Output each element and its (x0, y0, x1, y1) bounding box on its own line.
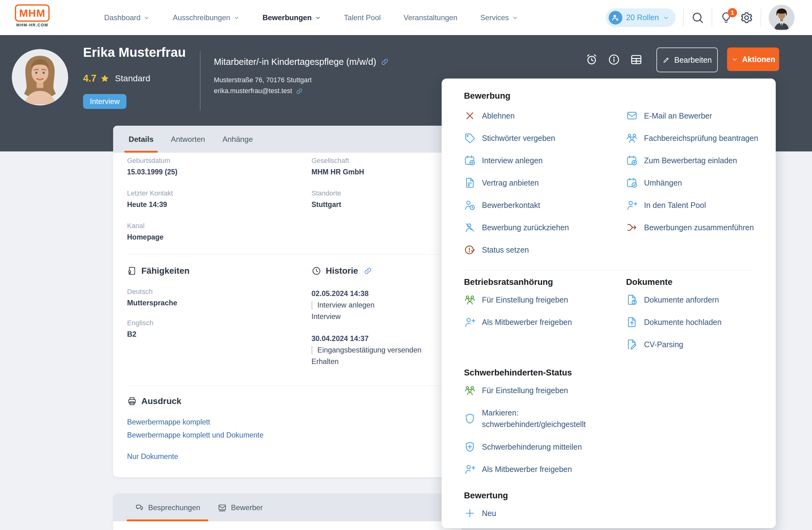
menu-item-vertrag-anbieten[interactable]: Vertrag anbieten (464, 171, 625, 194)
chevron-down-icon (144, 15, 150, 21)
nav-item-talent-pool[interactable]: Talent Pool (344, 13, 381, 22)
alarm-clock-icon[interactable] (585, 53, 598, 66)
clock-icon (311, 266, 321, 276)
chat-icon (135, 503, 144, 512)
tab-besprechungen[interactable]: Besprechungen (135, 494, 200, 521)
menu-item-fachbereichspruefung-beantragen[interactable]: Fachbereichsprüfung beantragen (626, 127, 769, 149)
main-nav: Dashboard Ausschreibungen Bewerbungen Ta… (104, 0, 518, 35)
chevron-down-icon (731, 56, 739, 63)
betriebsrat-section: Betriebsratsanhörung Für Einstellung fre… (464, 277, 619, 333)
user-gear-icon (609, 11, 622, 25)
divider (760, 9, 761, 27)
tab-anhaenge[interactable]: Anhänge (222, 126, 253, 153)
details-tabbar: Details Antworten Anhänge (113, 126, 462, 153)
bottom-tabbar: Besprechungen Bewerber (113, 494, 462, 521)
actions-button[interactable]: Aktionen (727, 47, 779, 71)
topbar-actions: 20 Rollen 1 (606, 0, 795, 35)
menu-item-bewerberkontakt[interactable]: Bewerberkontakt (464, 194, 625, 216)
menu-item-bewerbung-zurueckziehen[interactable]: Bewerbung zurückziehen (464, 216, 625, 239)
pencil-icon (663, 56, 670, 64)
menu-section-schwerbehinderten-status: Schwerbehinderten-Status (464, 368, 650, 378)
menu-item-markieren-schwerbehindert[interactable]: Markieren: schwerbehindert/gleichgestell… (464, 402, 650, 436)
app-logo[interactable]: MHM MHM-HR.COM (15, 4, 49, 27)
search-icon[interactable] (691, 11, 704, 24)
print-section: Ausdruck Bewerbermappe komplett Bewerber… (127, 396, 344, 461)
menu-item-schwerbehinderung-mitteilen[interactable]: Schwerbehinderung mitteilen (464, 436, 650, 458)
rating-score: 4.7 (83, 73, 97, 84)
nav-item-dashboard[interactable]: Dashboard (104, 13, 150, 22)
calendar-check-icon (626, 177, 638, 189)
divider (127, 386, 448, 386)
print-link-nur-dokumente[interactable]: Nur Dokumente (127, 452, 344, 461)
edit-button[interactable]: Bearbeiten (656, 47, 718, 72)
menu-item-cv-parsing[interactable]: CV-Parsing (626, 333, 769, 355)
candidate-name: Erika Musterfrau (83, 45, 186, 60)
menu-item-in-den-talent-pool[interactable]: In den Talent Pool (626, 194, 769, 216)
roles-label: 20 Rollen (626, 13, 659, 22)
link-icon[interactable] (296, 87, 303, 95)
tab-details[interactable]: Details (129, 126, 154, 153)
gear-icon[interactable] (740, 11, 753, 24)
status-alert-icon (464, 244, 476, 256)
bewerbung-left-column: Ablehnen Stichwörter vergeben Interview … (464, 104, 625, 261)
calendar-plus-icon (626, 155, 638, 166)
job-title: Mitarbeiter/-in Kindertagespflege (m/w/d… (214, 57, 376, 67)
shield-plus-icon (464, 441, 476, 453)
chevron-down-icon (233, 15, 240, 21)
candidate-address: Musterstraße 76, 70176 Stuttgart (214, 76, 312, 84)
calendar-plus-icon (464, 155, 476, 166)
printer-icon (127, 396, 137, 406)
chevron-down-icon (512, 15, 518, 21)
link-icon[interactable] (381, 58, 389, 66)
application-details-card: Details Antworten Anhänge Geburtsdatum 1… (113, 126, 462, 477)
people-group-icon (464, 385, 476, 396)
field-kanal: Kanal Homepage (127, 222, 301, 241)
print-link-bewerbermappe-dokumente[interactable]: Bewerbermappe komplett und Dokumente (127, 431, 344, 440)
notifications-button[interactable]: 1 (720, 11, 733, 24)
skills-heading: Fähigkeiten (127, 266, 301, 276)
dokumente-section: Dokumente Dokumente anfordern Dokumente … (626, 277, 769, 355)
person-plus-icon (626, 199, 638, 211)
tab-bewerber[interactable]: Bewerber (218, 494, 263, 521)
menu-item-dokumente-anfordern[interactable]: Dokumente anfordern (626, 289, 769, 311)
table-icon[interactable] (630, 53, 643, 66)
nav-item-ausschreibungen[interactable]: Ausschreibungen (173, 13, 239, 22)
field-letzter-kontakt: Letzter Kontakt Heute 14:39 (127, 189, 301, 209)
roles-selector[interactable]: 20 Rollen (606, 9, 676, 27)
tab-antworten[interactable]: Antworten (171, 126, 205, 153)
history-entry: 30.04.2024 14:37 Eingangsbestätigung ver… (311, 335, 451, 366)
menu-item-stichwoerter-vergeben[interactable]: Stichwörter vergeben (464, 127, 625, 149)
menu-item-ablehnen[interactable]: Ablehnen (464, 104, 625, 127)
menu-item-email-an-bewerber[interactable]: E-Mail an Bewerber (626, 104, 769, 127)
nav-item-services[interactable]: Services (480, 13, 518, 22)
nav-item-veranstaltungen[interactable]: Veranstaltungen (404, 13, 457, 22)
menu-item-interview-anlegen[interactable]: Interview anlegen (464, 149, 625, 171)
menu-item-fuer-einstellung-freigeben[interactable]: Für Einstellung freigeben (464, 379, 650, 402)
account-avatar[interactable] (769, 5, 795, 31)
menu-item-als-mitbewerber-freigeben[interactable]: Als Mitbewerber freigeben (464, 311, 619, 333)
info-icon[interactable] (607, 53, 621, 66)
certificate-icon (127, 266, 137, 276)
menu-item-status-setzen[interactable]: Status setzen (464, 239, 625, 261)
skill-value: Muttersprache (127, 299, 301, 307)
person-plus-icon (464, 316, 476, 328)
nav-item-bewerbungen[interactable]: Bewerbungen (262, 13, 321, 22)
candidate-email-row: erika.musterfrau@test.test (214, 87, 303, 95)
status-badge[interactable]: Interview (83, 94, 127, 109)
menu-section-bewertung: Bewertung (464, 491, 619, 501)
menu-item-umhaengen[interactable]: Umhängen (626, 171, 769, 194)
menu-section-dokumente: Dokumente (626, 277, 769, 287)
menu-item-fuer-einstellung-freigeben[interactable]: Für Einstellung freigeben (464, 289, 619, 311)
menu-item-zum-bewerbertag-einladen[interactable]: Zum Bewerbertag einladen (626, 149, 769, 171)
menu-item-neu[interactable]: Neu (464, 502, 619, 525)
menu-item-als-mitbewerber-freigeben[interactable]: Als Mitbewerber freigeben (464, 458, 650, 480)
menu-item-dokumente-hochladen[interactable]: Dokumente hochladen (626, 311, 769, 333)
menu-item-bewerbungen-zusammenfuehren[interactable]: Bewerbungen zusammenführen (626, 216, 769, 239)
print-link-bewerbermappe[interactable]: Bewerbermappe komplett (127, 418, 344, 427)
logo-text: MHM (15, 4, 49, 22)
skill-label: Deutsch (127, 288, 301, 296)
divider (200, 51, 201, 110)
link-icon[interactable] (364, 267, 372, 275)
plus-icon (464, 507, 476, 519)
bewertung-section: Bewertung Neu (464, 491, 619, 525)
